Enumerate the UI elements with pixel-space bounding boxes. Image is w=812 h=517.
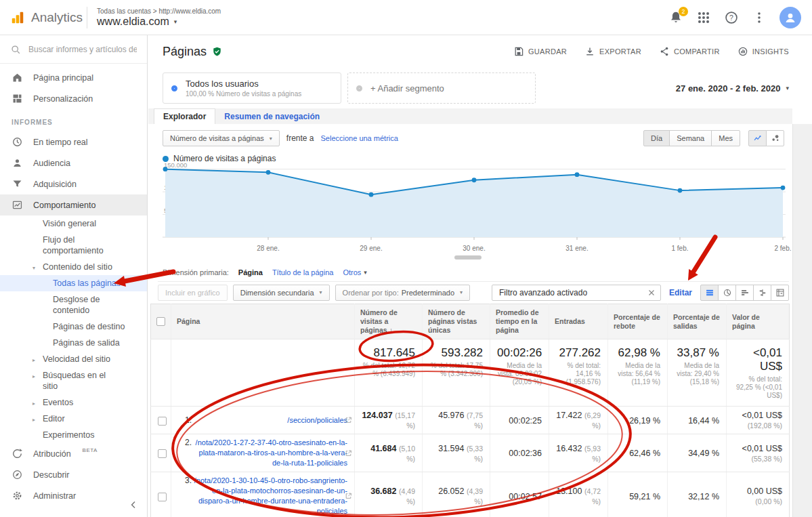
segment-all-users[interactable]: Todos los usuarios 100,00 % Número de vi… [163,73,341,104]
avatar[interactable] [779,7,801,28]
apps-button[interactable] [696,10,711,25]
page-link[interactable]: /nota/2020-1-27-2-37-40-otro-asesinato-e… [192,438,347,468]
sidebar-item-en-tiempo-real[interactable]: En tiempo real [0,131,147,152]
metric-percent: (4,49 %) [399,487,415,505]
select-all-checkbox[interactable] [156,317,165,326]
notifications-button[interactable]: 2 [668,10,683,25]
metric-cell: 45.976 (7,75 %) [423,407,490,434]
sidebar-item-label: Adquisición [33,180,77,189]
granularity-day-button[interactable]: Día [643,130,670,146]
add-segment-button[interactable]: + Añadir segmento [347,73,536,104]
column-header-pagina[interactable]: Página [171,304,355,339]
sidebar-subitem-label: Contenido del sitio [43,262,112,272]
account-switcher[interactable]: Todas las cuentas > http://www.eldia.com… [97,7,221,28]
metric-percent: (192,08 %) [748,421,782,430]
sidebar-subitem-paginas-de-salida[interactable]: Páginas de salida [0,335,147,351]
page-link[interactable]: /nota/2020-1-30-10-45-0-otro-robo-sangri… [192,476,347,516]
metric-cell: 31.594 (5,33 %) [423,434,490,472]
column-header-numero-de-visitas-a-paginas[interactable]: Número de visitas a páginas↓ [355,304,423,339]
sidebar-item-label: Administrar [33,491,76,501]
metric-selector-dropdown[interactable]: Número de visitas a páginas ▾ [163,130,280,146]
primary-dimension-label: Dimensión primaria: [163,268,229,276]
sidebar-subitem-desglose-de-contenido[interactable]: Desglose de contenido [0,291,147,318]
column-header-numero-de-paginas-vistas-unicas[interactable]: Número de páginas vistas únicas [423,304,490,339]
sidebar-subitem-contenido-del-sitio[interactable]: ▾Contenido del sitio [0,259,147,275]
more-button[interactable] [752,10,767,25]
sidebar-item-descubrir[interactable]: Descubrir [0,464,147,485]
export-button[interactable]: EXPORTAR [584,46,641,57]
sidebar-subitem-todas-las-paginas[interactable]: Todas las páginas [0,275,147,291]
dimension-otros[interactable]: Otros ▾ [343,268,366,276]
dimension-pagina[interactable]: Página [238,268,263,276]
insights-button[interactable]: INSIGHTS [738,46,789,57]
select-metric-link[interactable]: Seleccione una métrica [321,134,398,142]
apps-grid-icon [696,10,711,25]
column-header-porcentaje-de-rebote[interactable]: Porcentaje de rebote [608,304,668,339]
sidebar-subitem-editor[interactable]: ▸Editor [0,411,147,427]
sort-type-dropdown[interactable]: Ordenar por tipo: Predeterminado ▾ [335,285,470,301]
date-range-selector[interactable]: 27 ene. 2020 - 2 feb. 2020 ▾ [676,83,789,94]
chevron-down-icon: ▾ [174,18,177,25]
secondary-dimension-dropdown[interactable]: Dimensión secundaria ▾ [233,285,330,301]
column-header-porcentaje-de-salidas[interactable]: Porcentaje de salidas [668,304,727,339]
sidebar-item-comportamiento[interactable]: Comportamiento [0,194,147,215]
chevron-left-icon [128,499,139,510]
metric-value: <0,01 US$ [742,411,782,420]
save-button[interactable]: GUARDAR [513,46,567,57]
external-link-icon[interactable] [345,417,352,424]
sidebar-item-atribucion[interactable]: AtribuciónBETA [0,443,147,464]
data-view-percentage-button[interactable] [718,285,736,301]
sidebar-subitem-velocidad-del-sitio[interactable]: ▸Velocidad del sitio [0,351,147,367]
tab-resumen-navegacion[interactable]: Resumen de navegación [215,108,328,124]
metric-percent: (15,17 %) [395,411,415,430]
metric-percent: (55,38 %) [751,455,782,463]
admin-icon [12,490,23,501]
metric-cell: 124.037 (15,17 %) [355,407,423,434]
row-checkbox[interactable] [158,449,167,458]
sidebar-item-audiencia[interactable]: Audiencia [0,152,147,173]
data-view-table-button[interactable] [700,285,719,301]
column-label: Promedio de tiempo en la página [496,308,539,334]
column-header-valor-de-pagina[interactable]: Valor de página [727,304,790,339]
dimension-titulo-pagina[interactable]: Título de la página [272,268,334,276]
sidebar-subitem-experimentos[interactable]: Experimentos [0,427,147,443]
granularity-month-button[interactable]: Mes [711,130,740,146]
chart-scrollbar[interactable] [454,255,482,260]
sidebar-subitem-vision-general[interactable]: Visión general [0,215,147,232]
granularity-week-button[interactable]: Semana [669,130,712,146]
date-range-label: 27 ene. 2020 - 2 feb. 2020 [676,83,781,94]
analytics-logo[interactable]: Analytics [0,10,83,25]
external-link-icon[interactable] [345,493,352,500]
sidebar-item-adquisicion[interactable]: Adquisición [0,173,147,194]
sidebar-item-personalizacion[interactable]: Personalización [0,88,147,109]
sidebar-subitem-flujo-del-comportamiento[interactable]: Flujo del comportamiento [0,232,147,259]
share-button[interactable]: COMPARTIR [659,46,720,57]
metric-value: 62,46 % [629,449,660,458]
sidebar-subitem-eventos[interactable]: ▸Eventos [0,394,147,411]
external-link-icon[interactable] [345,449,352,457]
motion-chart-view-button[interactable] [766,130,784,146]
data-view-performance-button[interactable] [735,285,754,301]
sidebar-subitem-busquedas-en-el-sitio[interactable]: ▸Búsquedas en el sitio [0,367,147,394]
tab-explorador[interactable]: Explorador [154,108,215,124]
search-input[interactable] [28,45,137,54]
sidebar-item-administrar[interactable]: Administrar [0,485,147,506]
column-header-promedio-de-tiempo-en-la-pagina[interactable]: Promedio de tiempo en la página [490,304,549,339]
help-button[interactable]: ? [724,10,739,25]
row-checkbox[interactable] [158,493,167,501]
row-checkbox[interactable] [158,417,167,426]
column-header-entradas[interactable]: Entradas [549,304,608,339]
sidebar-item-pagina-principal[interactable]: Página principal [0,67,147,88]
sidebar-subitem-label: Editor [43,413,65,424]
metric-cell: 16.432 (5,93 %) [549,434,608,472]
collapse-sidebar-button[interactable] [128,499,142,513]
report-header: Páginas GUARDAR EXPORTAR COMPARTIR INSIG… [148,35,812,68]
page-link[interactable]: /seccion/policiales [192,415,347,426]
edit-filter-link[interactable]: Editar [669,288,692,297]
line-chart-view-button[interactable] [748,130,767,146]
divider [87,7,87,28]
data-view-comparison-button[interactable] [753,285,771,301]
sidebar-subitem-paginas-de-destino[interactable]: Páginas de destino [0,318,147,335]
close-icon[interactable] [647,288,656,297]
data-view-pivot-button[interactable] [771,285,789,301]
